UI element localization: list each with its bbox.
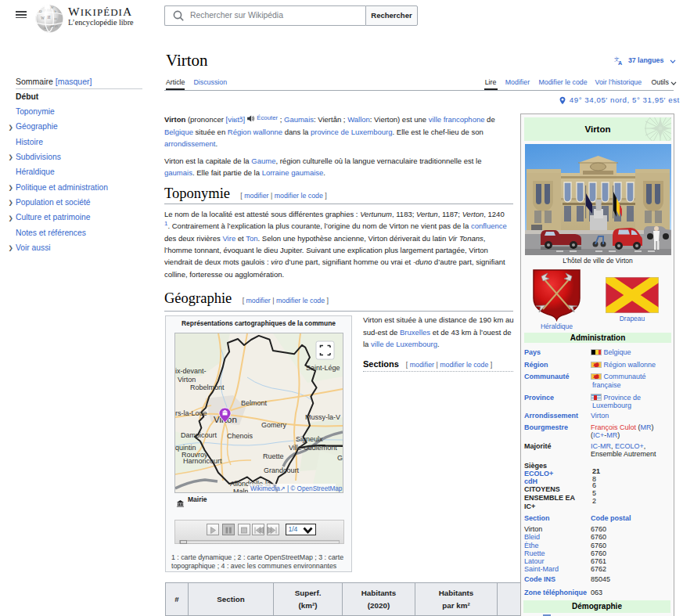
svg-text:ix-devant-: ix-devant- <box>175 367 207 375</box>
svg-text:И: И <box>48 16 51 20</box>
svg-text:Harnoncourt: Harnoncourt <box>183 457 222 465</box>
svg-text:Gomery: Gomery <box>261 421 287 429</box>
svg-text:Ruette: Ruette <box>263 452 284 460</box>
svg-text:A: A <box>618 59 622 65</box>
svg-text:ض: ض <box>50 23 54 27</box>
svg-text:W: W <box>41 16 45 20</box>
svg-text:Ville-​oudlémont: Ville-​oudlémont <box>289 444 337 452</box>
svg-text:G: G <box>337 454 343 462</box>
svg-text:Saint-Lége: Saint-Lége <box>306 364 340 372</box>
svg-text:Belmont: Belmont <box>241 399 268 407</box>
svg-text:ω: ω <box>54 16 56 20</box>
svg-text:Robelmont: Robelmont <box>190 384 225 391</box>
svg-text:の: の <box>55 24 58 28</box>
svg-text:Maln: Maln <box>233 488 249 492</box>
svg-text:Signeulx: Signeulx <box>296 435 323 443</box>
svg-text:Mussy-la-V: Mussy-la-V <box>305 413 340 421</box>
svg-text:rs-la-Loue: rs-la-Loue <box>175 409 207 417</box>
svg-text:Wikimedia↗ | © OpenStreetMap↗: Wikimedia↗ | © OpenStreetMap↗ <box>250 485 343 492</box>
svg-text:Dampicourt: Dampicourt <box>181 431 217 439</box>
svg-text:Virton: Virton <box>178 376 196 384</box>
svg-text:Ω: Ω <box>39 9 42 13</box>
svg-text:Chenois: Chenois <box>227 432 253 440</box>
svg-text:W: W <box>51 5 54 9</box>
svg-text:Grandcourt: Grandcourt <box>264 467 300 474</box>
